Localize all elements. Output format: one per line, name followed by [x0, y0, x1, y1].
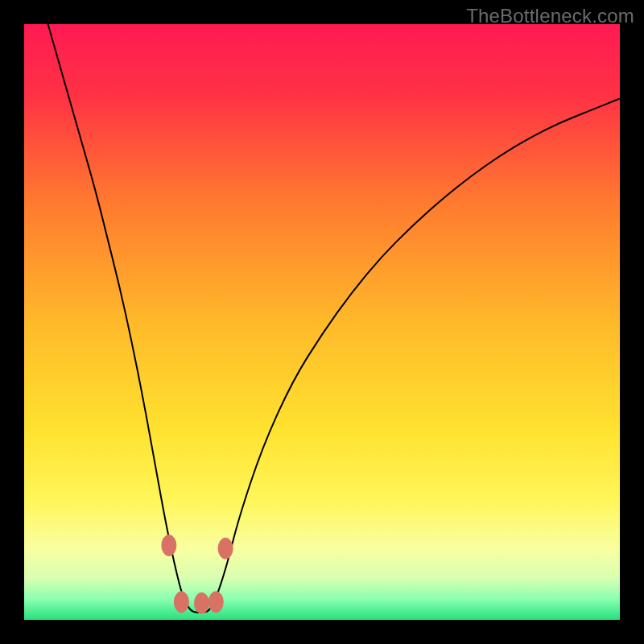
- chart-background: [24, 24, 620, 620]
- highlight-marker: [218, 538, 233, 559]
- highlight-marker: [195, 592, 209, 613]
- chart-canvas: [24, 24, 620, 620]
- chart-frame: [24, 24, 620, 620]
- highlight-marker: [162, 535, 176, 556]
- highlight-marker: [208, 592, 223, 613]
- highlight-marker: [174, 592, 188, 613]
